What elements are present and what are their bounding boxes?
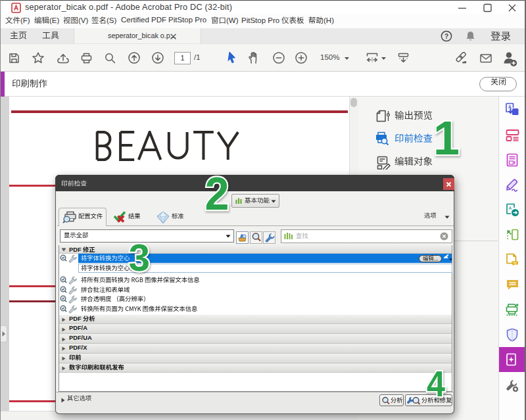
svg-text:?: ? [444,33,448,40]
svg-text:2: 2 [205,168,229,220]
svg-text:4: 4 [427,363,445,404]
svg-text:A: A [509,206,512,210]
svg-text:1: 1 [433,112,460,164]
svg-text:A: A [508,105,512,109]
svg-text:3: 3 [129,236,150,279]
